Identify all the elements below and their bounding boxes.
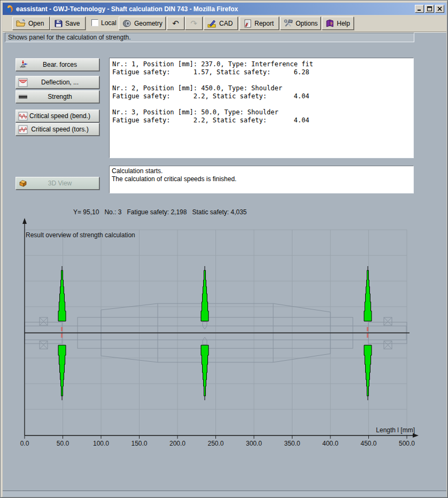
x-tick-label: 0.0 [20, 440, 29, 447]
x-tick-label: 300.0 [246, 440, 262, 447]
bearing-forces-label: Bear. forces [28, 61, 99, 68]
title-bar: eassistant - GWJ-Technology - Shaft calc… [3, 3, 446, 15]
x-tick-label: 450.0 [360, 440, 376, 447]
x-tick-label: 100.0 [93, 440, 109, 447]
cad-button[interactable]: CAD [204, 17, 238, 30]
x-axis-label: Length l [mm] [376, 426, 415, 434]
strength-overview-chart[interactable]: 0.050.0100.0150.0200.0250.0300.0350.0400… [17, 217, 444, 463]
safety-spike [364, 345, 372, 396]
svg-text:?: ? [330, 21, 333, 26]
info-text: Shows panel for the calculation of stren… [8, 34, 130, 41]
strength-button[interactable]: Strength [16, 90, 99, 103]
redo-button[interactable]: ↷ [185, 17, 203, 30]
safety-spike [201, 270, 208, 321]
bearing-forces-button[interactable]: Bear. forces [16, 58, 99, 71]
open-folder-icon [16, 19, 26, 27]
deflection-button[interactable]: Deflection, ... [16, 76, 99, 89]
notch-results-textarea[interactable]: Nr.: 1, Position [mm]: 237.0, Type: Inte… [109, 58, 414, 158]
application-window: eassistant - GWJ-Technology - Shaft calc… [0, 0, 448, 498]
chart-title: Result overview of strength calculation [26, 231, 135, 239]
result-line: Fatigue safety: 2.2, Static safety: 4.04 [112, 92, 411, 100]
log-line: Calculation starts. [112, 167, 411, 175]
critical-speed-bending-label: Critical speed (bend.) [28, 112, 99, 120]
safety-spike [201, 345, 208, 396]
minimize-icon [417, 6, 422, 11]
undo-button[interactable]: ↶ [167, 17, 184, 30]
cursor-readout: Y= 95,10 No.: 3 Fatigue safety: 2,198 St… [73, 208, 247, 216]
geometry-label: Geometry [134, 20, 163, 27]
strength-label: Strength [28, 93, 99, 100]
x-tick-label: 400.0 [322, 440, 338, 447]
result-line [112, 76, 411, 84]
cad-label: CAD [219, 20, 233, 27]
safety-spike [58, 345, 66, 396]
result-line: Nr.: 1, Position [mm]: 237.0, Type: Inte… [112, 60, 411, 68]
open-label: Open [28, 20, 44, 27]
view-3d-label: 3D View [28, 180, 99, 187]
options-tools-icon [284, 19, 293, 28]
window-title: eassistant - GWJ-Technology - Shaft calc… [16, 5, 238, 13]
deflection-icon [18, 77, 28, 87]
chart-canvas: 0.050.0100.0150.0200.0250.0300.0350.0400… [17, 217, 444, 463]
local-checkbox[interactable] [91, 19, 98, 26]
open-button[interactable]: Open [12, 17, 50, 30]
save-floppy-icon [54, 19, 63, 27]
geometry-gear-icon [122, 19, 132, 28]
maximize-button[interactable] [425, 5, 434, 13]
x-tick-label: 200.0 [169, 440, 186, 447]
toolbar: Open Save Local Geometry ↶ ↷ [3, 15, 446, 32]
x-tick-label: 50.0 [57, 440, 69, 447]
firefox-icon [5, 5, 13, 13]
report-document-icon [243, 19, 252, 28]
help-book-icon: ? [326, 19, 334, 28]
y-axis-arrow [22, 218, 27, 224]
result-line: Nr.: 3, Position [mm]: 50.0, Type: Shoul… [112, 108, 411, 116]
calculation-log-textarea[interactable]: Calculation starts. The calculation of c… [109, 166, 414, 193]
critical-speed-torsion-label: Critical speed (tors.) [28, 126, 99, 133]
result-line: Nr.: 2, Position [mm]: 450.0, Type: Shou… [112, 84, 411, 92]
result-line [112, 100, 411, 108]
help-label: Help [337, 20, 350, 27]
cad-drawing-icon [207, 19, 217, 28]
info-bar: Shows panel for the calculation of stren… [5, 33, 414, 42]
geometry-button[interactable]: Geometry [119, 17, 166, 30]
view-3d-button[interactable]: 3D View [16, 177, 99, 190]
help-button[interactable]: ? Help [322, 17, 354, 30]
x-tick-label: 350.0 [284, 440, 300, 447]
minimize-button[interactable] [415, 5, 424, 13]
log-line: The calculation of critical speeds is fi… [112, 175, 411, 183]
critical-speed-torsion-icon [18, 124, 28, 134]
save-label: Save [65, 20, 80, 27]
critical-speed-bending-button[interactable]: Critical speed (bend.) [16, 110, 99, 122]
cube-3d-icon [18, 178, 28, 188]
report-button[interactable]: Report [240, 17, 279, 30]
deflection-label: Deflection, ... [28, 79, 99, 86]
options-label: Options [296, 20, 318, 27]
maximize-icon [427, 6, 432, 11]
x-tick-label: 150.0 [131, 440, 147, 447]
critical-speed-torsion-button[interactable]: Critical speed (tors.) [16, 123, 99, 136]
local-checkbox-label: Local [101, 19, 117, 27]
save-button[interactable]: Save [50, 17, 86, 30]
result-line: Fatigue safety: 1.57, Static safety: 6.2… [112, 68, 411, 76]
x-tick-label: 500.0 [399, 440, 415, 447]
report-label: Report [254, 20, 274, 27]
critical-speed-bending-icon [18, 111, 28, 121]
close-button[interactable] [435, 5, 444, 13]
x-axis-arrow [413, 433, 419, 438]
bearing-forces-icon [18, 60, 28, 69]
options-button[interactable]: Options [280, 17, 321, 30]
strength-icon [18, 92, 28, 102]
close-icon [437, 6, 442, 11]
x-tick-label: 250.0 [207, 440, 223, 447]
safety-spike [58, 270, 66, 321]
result-line: Fatigue safety: 2.2, Static safety: 4.04 [112, 116, 411, 124]
redo-icon: ↷ [190, 19, 197, 28]
undo-icon: ↶ [172, 19, 179, 28]
window-bottom-frame [3, 491, 446, 497]
safety-spike [364, 270, 372, 321]
